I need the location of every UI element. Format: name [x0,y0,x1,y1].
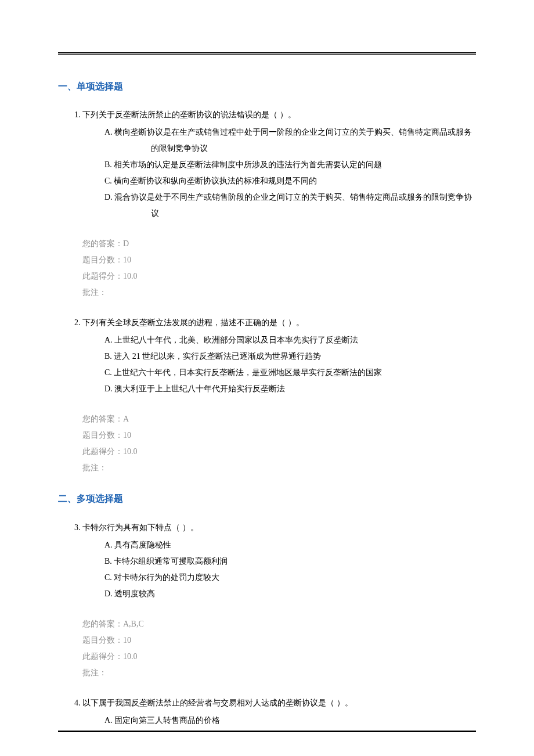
question-body: 下列关于反垄断法所禁止的垄断协议的说法错误的是（ ）。 [82,110,296,119]
question-3: 3. 卡特尔行为具有如下特点（ ）。 A. 具有高度隐秘性 B. 卡特尔组织通常… [58,520,476,681]
score-total: 题目分数：10 [82,632,476,649]
option-d: D. 透明度较高 [58,586,476,602]
option-c: C. 上世纪六十年代，日本实行反垄断法，是亚洲地区最早实行反垄断法的国家 [58,365,476,381]
question-number: 3. [74,520,81,536]
option-d: D. 混合协议是处于不同生产或销售阶段的企业之间订立的关于购买、销售特定商品或服… [104,189,476,222]
score-got: 此题得分：10.0 [82,268,476,285]
section-num: 一、 [58,81,77,91]
answer-block: 您的答案：A,B,C 题目分数：10 此题得分：10.0 批注： [58,616,476,681]
question-text: 1. 下列关于反垄断法所禁止的垄断协议的说法错误的是（ ）。 [58,107,476,123]
section-text: 单项选择题 [77,81,123,91]
question-number: 1. [74,107,81,123]
option-c: C. 横向垄断协议和纵向垄断协议执法的标准和规则是不同的 [58,173,476,189]
your-answer: 您的答案：D [82,236,476,252]
question-1: 1. 下列关于反垄断法所禁止的垄断协议的说法错误的是（ ）。 A. 横向垄断协议… [58,107,476,301]
remark: 批注： [82,460,476,476]
bottom-divider [58,730,476,732]
section-title-2: 二、多项选择题 [58,490,476,507]
option-a: A. 上世纪八十年代，北美、欧洲部分国家以及日本率先实行了反垄断法 [58,332,476,348]
option-a: A. 具有高度隐秘性 [58,537,476,553]
remark: 批注： [82,665,476,681]
section-text: 多项选择题 [77,494,123,503]
question-body: 以下属于我国反垄断法禁止的经营者与交易相对人达成的垄断协议是（ ）。 [82,699,353,707]
score-total: 题目分数：10 [82,427,476,444]
question-text: 3. 卡特尔行为具有如下特点（ ）。 [58,520,476,536]
section-num: 二、 [58,494,77,503]
question-body: 下列有关全球反垄断立法发展的进程，描述不正确的是（ ）。 [82,318,304,327]
question-text: 4. 以下属于我国反垄断法禁止的经营者与交易相对人达成的垄断协议是（ ）。 [58,695,476,711]
your-answer: 您的答案：A,B,C [82,616,476,632]
section-title-1: 一、单项选择题 [58,78,476,95]
top-divider [58,52,476,55]
option-a: A. 固定向第三人转售商品的价格 [58,712,476,729]
option-b: B. 相关市场的认定是反垄断法律制度中所涉及的违法行为首先需要认定的问题 [58,157,476,173]
score-got: 此题得分：10.0 [82,444,476,460]
option-a: A. 横向垄断协议是在生产或销售过程中处于同一阶段的企业之间订立的关于购买、销售… [104,124,476,157]
score-got: 此题得分：10.0 [82,649,476,665]
question-text: 2. 下列有关全球反垄断立法发展的进程，描述不正确的是（ ）。 [58,315,476,331]
your-answer: 您的答案：A [82,411,476,427]
score-total: 题目分数：10 [82,252,476,268]
answer-block: 您的答案：A 题目分数：10 此题得分：10.0 批注： [58,411,476,476]
question-4: 4. 以下属于我国反垄断法禁止的经营者与交易相对人达成的垄断协议是（ ）。 A.… [58,695,476,729]
question-body: 卡特尔行为具有如下特点（ ）。 [82,523,199,532]
answer-block: 您的答案：D 题目分数：10 此题得分：10.0 批注： [58,236,476,301]
remark: 批注： [82,285,476,301]
option-c: C. 对卡特尔行为的处罚力度较大 [58,570,476,586]
question-number: 2. [74,315,81,331]
question-2: 2. 下列有关全球反垄断立法发展的进程，描述不正确的是（ ）。 A. 上世纪八十… [58,315,476,476]
option-b: B. 卡特尔组织通常可攫取高额利润 [58,553,476,570]
option-b: B. 进入 21 世纪以来，实行反垄断法已逐渐成为世界通行趋势 [58,348,476,365]
question-number: 4. [74,695,81,711]
option-d: D. 澳大利亚于上上世纪八十年代开始实行反垄断法 [58,381,476,397]
